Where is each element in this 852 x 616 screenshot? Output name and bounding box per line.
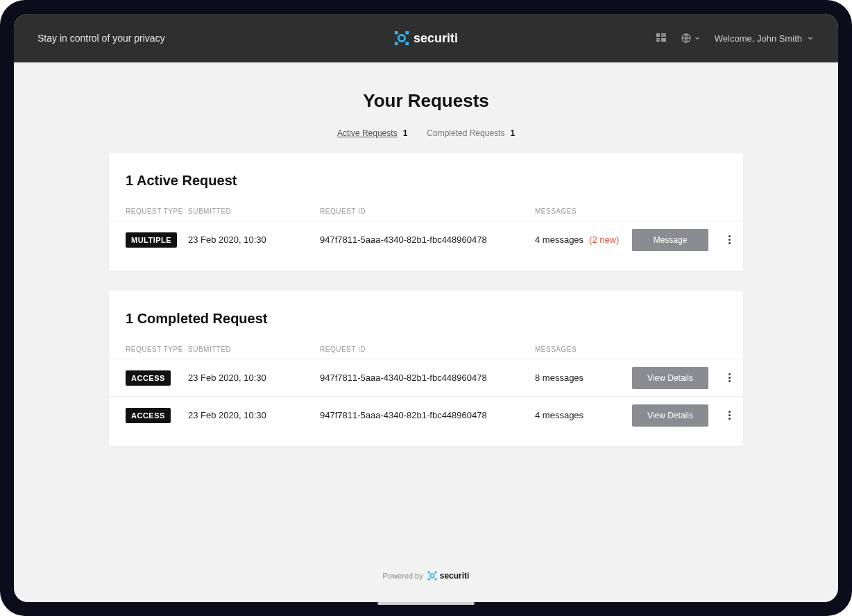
svg-rect-14 xyxy=(434,572,436,574)
footer-brand-name: securiti xyxy=(440,571,470,581)
col-request-id: REQUEST ID xyxy=(320,207,535,215)
tab-active-requests[interactable]: Active Requests 1 xyxy=(337,128,407,138)
svg-rect-8 xyxy=(656,38,660,40)
cell-request-id: 947f7811-5aaa-4340-82b1-fbc448960478 xyxy=(320,373,535,383)
more-options-icon[interactable] xyxy=(722,409,736,422)
svg-rect-5 xyxy=(656,33,660,37)
tab-label: Completed Requests xyxy=(427,128,504,138)
active-requests-panel: 1 Active Request REQUEST TYPE SUBMITTED … xyxy=(109,153,743,271)
cell-submitted: 23 Feb 2020, 10:30 xyxy=(188,410,320,420)
tagline: Stay in control of your privacy xyxy=(37,33,165,44)
svg-rect-10 xyxy=(661,38,666,42)
svg-rect-9 xyxy=(656,40,660,42)
cell-messages: 4 messages (2 new) xyxy=(535,234,632,245)
messages-count: 8 messages xyxy=(535,373,583,383)
svg-rect-4 xyxy=(405,42,409,46)
cell-request-id: 947f7811-5aaa-4340-82b1-fbc448960478 xyxy=(320,234,535,245)
tab-label: Active Requests xyxy=(337,128,398,138)
brand-name: securiti xyxy=(414,31,458,46)
table-row: ACCESS 23 Feb 2020, 10:30 947f7811-5aaa-… xyxy=(109,396,743,434)
svg-rect-13 xyxy=(427,572,429,574)
cell-messages: 8 messages xyxy=(535,373,632,383)
brand-logo[interactable]: securiti xyxy=(394,31,458,46)
svg-rect-16 xyxy=(434,579,436,581)
col-request-type: REQUEST TYPE xyxy=(126,207,188,215)
app-screen: Stay in control of your privacy securiti… xyxy=(14,14,838,602)
welcome-text: Welcome, John Smith xyxy=(715,33,802,44)
request-type-badge: ACCESS xyxy=(126,408,171,423)
apps-grid-icon[interactable] xyxy=(656,33,667,44)
view-details-button[interactable]: View Details xyxy=(632,367,708,389)
table-row: ACCESS 23 Feb 2020, 10:30 947f7811-5aaa-… xyxy=(109,359,743,396)
col-request-type: REQUEST TYPE xyxy=(126,345,188,353)
cell-messages: 4 messages xyxy=(535,410,632,420)
table-header: REQUEST TYPE SUBMITTED REQUEST ID MESSAG… xyxy=(109,339,743,359)
cell-submitted: 23 Feb 2020, 10:30 xyxy=(188,373,320,383)
svg-rect-3 xyxy=(395,42,398,46)
col-submitted: SUBMITTED xyxy=(188,207,320,215)
message-button[interactable]: Message xyxy=(632,229,708,251)
col-submitted: SUBMITTED xyxy=(188,345,320,353)
more-options-icon[interactable] xyxy=(722,371,736,385)
messages-count: 4 messages xyxy=(535,234,583,245)
request-type-badge: ACCESS xyxy=(126,370,171,386)
panel-title: 1 Completed Request xyxy=(109,311,743,339)
svg-point-0 xyxy=(398,35,404,41)
language-selector[interactable] xyxy=(681,33,701,44)
table-row: MULTIPLE 23 Feb 2020, 10:30 947f7811-5aa… xyxy=(109,221,743,258)
request-type-badge: MULTIPLE xyxy=(126,232,177,248)
completed-requests-panel: 1 Completed Request REQUEST TYPE SUBMITT… xyxy=(109,291,743,446)
svg-rect-1 xyxy=(395,31,398,35)
securiti-logo-icon xyxy=(427,571,437,581)
svg-rect-7 xyxy=(661,35,666,37)
tab-count: 1 xyxy=(510,128,515,138)
powered-by-footer: Powered by securiti xyxy=(14,571,838,581)
footer-brand[interactable]: securiti xyxy=(427,571,470,581)
chevron-down-icon xyxy=(806,34,815,42)
col-messages: MESSAGES xyxy=(535,345,632,353)
svg-rect-15 xyxy=(427,579,429,581)
messages-new: (2 new) xyxy=(589,234,619,245)
request-tabs: Active Requests 1 Completed Requests 1 xyxy=(14,128,838,138)
panel-title: 1 Active Request xyxy=(109,173,743,201)
securiti-logo-icon xyxy=(394,31,409,46)
more-options-icon[interactable] xyxy=(722,233,736,247)
tab-completed-requests[interactable]: Completed Requests 1 xyxy=(427,128,515,138)
tab-count: 1 xyxy=(403,128,408,138)
messages-count: 4 messages xyxy=(535,410,583,420)
powered-by-text: Powered by xyxy=(383,572,423,580)
col-request-id: REQUEST ID xyxy=(320,345,535,353)
page-title: Your Requests xyxy=(14,90,838,112)
svg-rect-6 xyxy=(661,33,666,35)
table-header: REQUEST TYPE SUBMITTED REQUEST ID MESSAG… xyxy=(109,201,743,221)
user-menu[interactable]: Welcome, John Smith xyxy=(715,33,815,44)
cell-submitted: 23 Feb 2020, 10:30 xyxy=(188,234,320,245)
view-details-button[interactable]: View Details xyxy=(632,404,708,427)
content-area: Your Requests Active Requests 1 Complete… xyxy=(14,62,838,602)
topbar: Stay in control of your privacy securiti… xyxy=(14,14,838,62)
svg-point-12 xyxy=(430,574,434,578)
topbar-right: Welcome, John Smith xyxy=(656,33,815,44)
cell-request-id: 947f7811-5aaa-4340-82b1-fbc448960478 xyxy=(320,410,535,420)
svg-rect-2 xyxy=(405,31,409,35)
col-messages: MESSAGES xyxy=(535,207,632,215)
device-frame: Stay in control of your privacy securiti… xyxy=(0,0,852,616)
